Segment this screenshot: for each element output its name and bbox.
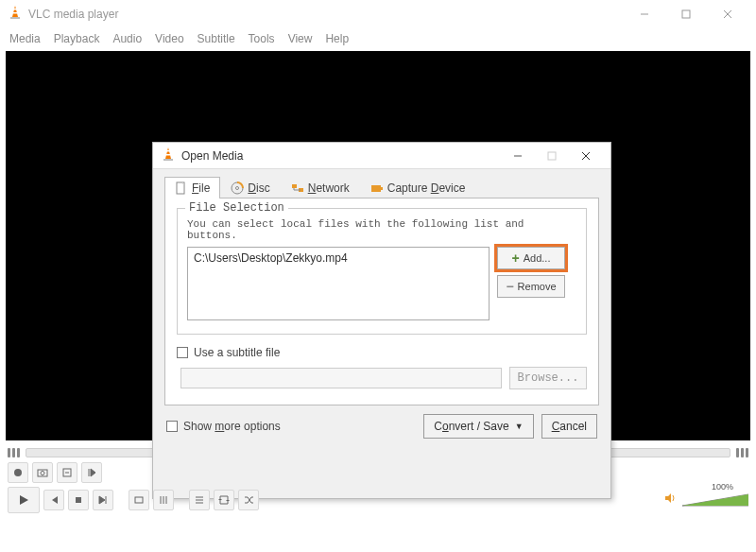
prev-button[interactable] bbox=[43, 490, 64, 510]
volume-label: 100% bbox=[712, 482, 733, 492]
minus-icon: − bbox=[506, 279, 513, 294]
main-menubar: Media Playback Audio Video Subtitle Tool… bbox=[0, 28, 756, 49]
close-button[interactable] bbox=[707, 0, 748, 28]
network-icon bbox=[291, 181, 304, 195]
tab-capture-device[interactable]: Capture Device bbox=[360, 177, 476, 198]
frame-step-button[interactable] bbox=[81, 462, 102, 483]
svg-rect-2 bbox=[13, 12, 18, 14]
seek-end-ticks bbox=[736, 448, 748, 457]
main-titlebar: VLC media player bbox=[0, 0, 756, 28]
dialog-close-button[interactable] bbox=[569, 146, 603, 166]
menu-tools[interactable]: Tools bbox=[249, 32, 275, 45]
vlc-cone-icon bbox=[8, 5, 23, 24]
dialog-title: Open Media bbox=[181, 149, 501, 163]
file-list[interactable]: C:\Users\Desktop\Zekkyo.mp4 bbox=[187, 247, 490, 320]
vlc-cone-icon bbox=[161, 147, 176, 165]
convert-save-button[interactable]: Convert / Save ▼ bbox=[423, 414, 533, 439]
cancel-button[interactable]: Cancel bbox=[541, 414, 597, 439]
menu-audio[interactable]: Audio bbox=[112, 32, 142, 45]
file-icon bbox=[175, 181, 188, 195]
svg-rect-1 bbox=[13, 9, 16, 10]
video-canvas: Open Media File Disc Network Capture Dev… bbox=[6, 51, 750, 440]
menu-view[interactable]: View bbox=[288, 32, 313, 45]
dropdown-arrow-icon: ▼ bbox=[515, 422, 524, 431]
svg-point-23 bbox=[14, 469, 22, 476]
tab-disc[interactable]: Disc bbox=[220, 177, 280, 198]
dialog-titlebar: Open Media bbox=[153, 143, 610, 169]
svg-point-16 bbox=[236, 187, 239, 190]
show-more-options-checkbox[interactable] bbox=[166, 421, 178, 432]
remove-file-button[interactable]: −Remove bbox=[497, 275, 565, 298]
file-selection-legend: File Selection bbox=[185, 201, 288, 215]
extended-settings-button[interactable] bbox=[153, 490, 174, 510]
svg-point-25 bbox=[41, 472, 44, 475]
loop-a-button[interactable] bbox=[57, 462, 77, 483]
svg-rect-9 bbox=[166, 154, 171, 156]
speaker-icon[interactable] bbox=[663, 492, 677, 509]
capture-icon bbox=[370, 181, 384, 195]
dialog-minimize-button[interactable] bbox=[501, 146, 535, 166]
browse-subtitle-button: Browse... bbox=[509, 367, 587, 389]
menu-subtitle[interactable]: Subtitle bbox=[198, 32, 235, 45]
playlist-button[interactable] bbox=[189, 490, 210, 510]
use-subtitle-label: Use a subtitle file bbox=[194, 346, 280, 359]
menu-video[interactable]: Video bbox=[155, 32, 183, 45]
shuffle-button[interactable] bbox=[238, 490, 259, 510]
dialog-bottom-bar: Show more options Convert / Save ▼ Cance… bbox=[153, 414, 610, 448]
volume-control[interactable]: 100% bbox=[663, 492, 748, 509]
svg-rect-17 bbox=[292, 184, 297, 188]
stop-button[interactable] bbox=[68, 490, 89, 510]
file-selection-help: You can select local files with the foll… bbox=[187, 218, 576, 241]
play-button[interactable] bbox=[8, 487, 40, 513]
dialog-maximize-button[interactable] bbox=[535, 146, 569, 166]
loop-button[interactable] bbox=[214, 490, 234, 510]
svg-rect-4 bbox=[682, 10, 690, 18]
plus-icon: + bbox=[512, 250, 520, 266]
svg-rect-7 bbox=[163, 159, 173, 161]
svg-rect-29 bbox=[135, 497, 143, 503]
menu-help[interactable]: Help bbox=[325, 32, 349, 45]
maximize-button[interactable] bbox=[665, 0, 707, 28]
subtitle-path-input bbox=[180, 368, 502, 388]
file-tab-panel: File Selection You can select local file… bbox=[164, 198, 599, 405]
minimize-button[interactable] bbox=[624, 0, 665, 28]
show-more-options-checkbox-row[interactable]: Show more options bbox=[166, 420, 416, 433]
dialog-tabs: File Disc Network Capture Device bbox=[164, 177, 599, 198]
menu-media[interactable]: Media bbox=[9, 32, 41, 45]
tab-file[interactable]: File bbox=[164, 177, 220, 198]
use-subtitle-checkbox[interactable] bbox=[177, 347, 188, 358]
show-more-options-label: Show more options bbox=[183, 420, 281, 433]
open-media-dialog: Open Media File Disc Network Capture Dev… bbox=[152, 142, 611, 499]
add-file-button[interactable]: +Add... bbox=[497, 247, 565, 269]
record-button[interactable] bbox=[8, 462, 28, 483]
player-controls: 100% bbox=[0, 461, 756, 514]
file-list-item[interactable]: C:\Users\Desktop\Zekkyo.mp4 bbox=[194, 251, 483, 265]
svg-rect-21 bbox=[371, 185, 381, 192]
svg-rect-8 bbox=[166, 150, 169, 152]
tab-network[interactable]: Network bbox=[281, 177, 360, 198]
fullscreen-button[interactable] bbox=[129, 490, 149, 510]
disc-icon bbox=[231, 181, 244, 195]
file-selection-group: File Selection You can select local file… bbox=[177, 208, 587, 335]
svg-rect-11 bbox=[548, 152, 556, 160]
svg-rect-28 bbox=[76, 497, 81, 503]
snapshot-button[interactable] bbox=[32, 462, 53, 483]
app-title: VLC media player bbox=[28, 8, 624, 21]
seek-start-ticks bbox=[8, 448, 20, 457]
next-button[interactable] bbox=[93, 490, 113, 510]
volume-slider[interactable] bbox=[682, 492, 748, 508]
svg-rect-0 bbox=[10, 17, 20, 19]
menu-playback[interactable]: Playback bbox=[54, 32, 100, 45]
use-subtitle-checkbox-row[interactable]: Use a subtitle file bbox=[177, 346, 587, 359]
svg-rect-22 bbox=[381, 187, 383, 190]
